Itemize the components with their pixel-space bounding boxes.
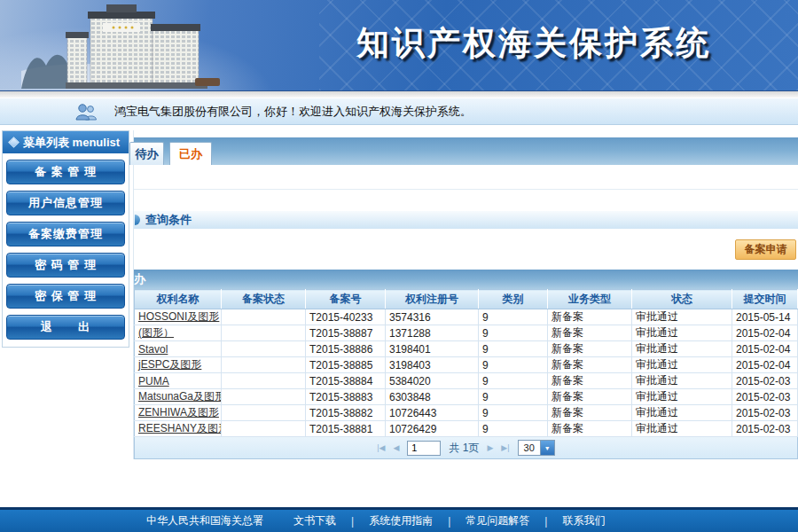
diamond-icon — [8, 137, 20, 148]
right-name-link[interactable]: MatsunaGa及图形 — [138, 390, 222, 403]
sidebar-item-security-management[interactable]: 密 保 管 理 — [6, 284, 125, 309]
content-gap — [134, 165, 798, 210]
cell-reg-no: 1371288 — [386, 325, 479, 341]
cell-biz-type: 新备案 — [548, 325, 632, 341]
cell-category: 9 — [479, 405, 548, 421]
right-name-link[interactable]: ZENHIWA及图形 — [138, 406, 219, 419]
cell-category: 9 — [479, 341, 548, 357]
table-header-row: 权利名称备案状态备案号权利注册号类别业务类型状态提交时间 — [135, 290, 798, 309]
cell-record-no: T2015-38887 — [306, 325, 386, 341]
footer-bar: 中华人民共和国海关总署 文书下载 | 系统使用指南 | 常见问题解答 | 联系我… — [0, 507, 798, 532]
footer-link-contact[interactable]: 联系我们 — [562, 513, 605, 528]
cell-record-no: T2015-38884 — [306, 373, 386, 389]
sidebar-menu: 菜单列表 menulist 备 案 管 理 用户信息管理 备案缴费管理 密 码 … — [2, 130, 129, 348]
sidebar-item-record-management[interactable]: 备 案 管 理 — [6, 160, 125, 184]
record-apply-button[interactable]: 备案申请 — [735, 239, 796, 260]
right-name-link[interactable]: PUMA — [138, 375, 169, 387]
next-page-icon[interactable]: ▶ — [487, 443, 493, 452]
cell-reg-no: 10726429 — [386, 421, 479, 437]
cell-right-name: jESPC及图形 — [135, 357, 222, 373]
cell-record-status — [222, 373, 306, 389]
last-page-icon[interactable]: ▶| — [501, 443, 509, 452]
column-header: 状态 — [632, 290, 732, 309]
column-header: 权利名称 — [135, 290, 222, 309]
cell-record-no: T2015-38882 — [306, 405, 386, 421]
cell-right-name: (图形） — [135, 325, 222, 341]
cell-reg-no: 5384020 — [386, 373, 479, 389]
table-row: (图形） T2015-38887 1371288 9 新备案 审批通过 2015… — [135, 325, 798, 341]
page-size-value: 30 — [519, 442, 540, 453]
cell-right-name: PUMA — [135, 373, 222, 389]
sidebar-item-user-info[interactable]: 用户信息管理 — [6, 191, 125, 215]
footer-separator: | — [544, 515, 547, 528]
cell-category: 9 — [479, 325, 548, 341]
cell-right-name: Stavol — [135, 341, 222, 357]
footer-link-faq[interactable]: 常见问题解答 — [466, 513, 529, 528]
table-row: ZENHIWA及图形 T2015-38882 10726443 9 新备案 审批… — [135, 405, 798, 421]
cell-record-status — [222, 389, 306, 405]
cell-submit-time: 2015-02-04 — [732, 325, 798, 341]
column-header: 类别 — [479, 290, 548, 309]
page-size-select[interactable]: 30 ▼ — [518, 440, 555, 456]
right-name-link[interactable]: REESHANY及图形 — [138, 422, 222, 434]
chevron-down-icon: ▼ — [540, 441, 554, 455]
cell-submit-time: 2015-02-04 — [732, 357, 798, 373]
records-table: 权利名称备案状态备案号权利注册号类别业务类型状态提交时间 HOSSONI及图形 … — [134, 289, 798, 437]
cell-submit-time: 2015-02-04 — [732, 341, 798, 357]
tab-pending[interactable]: 待办 — [129, 142, 164, 165]
query-conditions-header[interactable]: 查询条件 — [134, 210, 798, 229]
sidebar-item-logout[interactable]: 退 出 — [6, 315, 125, 340]
cell-right-name: HOSSONI及图形 — [135, 309, 222, 325]
cell-record-status — [222, 357, 306, 373]
cell-biz-type: 新备案 — [548, 373, 632, 389]
right-name-link[interactable]: Stavol — [138, 343, 168, 356]
main-content: 待办 已办 查询条件 备案申请 已办 权利名称备案状态备案号权利注册号类别业务类 — [133, 130, 798, 459]
cell-biz-type: 新备案 — [548, 357, 632, 373]
cell-record-no: T2015-38883 — [306, 389, 386, 405]
cell-biz-type: 新备案 — [548, 341, 632, 357]
footer-link-downloads[interactable]: 文书下载 — [293, 513, 336, 528]
cell-record-status — [222, 341, 306, 357]
cell-record-status — [222, 405, 306, 421]
column-header: 权利注册号 — [386, 290, 479, 309]
column-header: 备案号 — [306, 290, 386, 309]
right-name-link[interactable]: jESPC及图形 — [138, 358, 201, 371]
done-list-title: 已办 — [134, 270, 145, 289]
done-list-band: 已办 — [134, 270, 798, 289]
cell-state: 审批通过 — [632, 325, 732, 341]
cell-biz-type: 新备案 — [548, 389, 632, 405]
cell-right-name: ZENHIWA及图形 — [135, 405, 222, 421]
sidebar-header: 菜单列表 menulist — [3, 131, 129, 153]
cell-submit-time: 2015-02-03 — [732, 421, 798, 437]
page-title: 知识产权海关保护系统 — [356, 21, 711, 66]
table-row: PUMA T2015-38884 5384020 9 新备案 审批通过 2015… — [135, 373, 798, 389]
footer-link-user-guide[interactable]: 系统使用指南 — [369, 513, 433, 528]
page-number-input[interactable] — [407, 441, 441, 456]
table-row: REESHANY及图形 T2015-38881 10726429 9 新备案 审… — [135, 421, 798, 437]
sidebar-item-record-payment[interactable]: 备案缴费管理 — [6, 222, 125, 246]
header-divider — [0, 91, 798, 98]
cell-record-status — [222, 325, 306, 341]
table-row: MatsunaGa及图形 T2015-38883 6303848 9 新备案 审… — [135, 389, 798, 405]
cell-state: 审批通过 — [632, 341, 732, 357]
right-name-link[interactable]: HOSSONI及图形 — [138, 310, 219, 323]
cell-submit-time: 2015-02-03 — [732, 389, 798, 405]
first-page-icon[interactable]: |◀ — [377, 443, 385, 452]
cell-category: 9 — [479, 357, 548, 373]
column-header: 提交时间 — [732, 290, 798, 309]
header-banner: 知识产权海关保护系统 — [0, 0, 798, 91]
tab-done[interactable]: 已办 — [169, 142, 212, 165]
sidebar-item-password-management[interactable]: 密 码 管 理 — [6, 253, 125, 278]
table-row: jESPC及图形 T2015-38885 3198403 9 新备案 审批通过 … — [135, 357, 798, 373]
footer-agency[interactable]: 中华人民共和国海关总署 — [146, 513, 263, 528]
table-body: HOSSONI及图形 T2015-40233 3574316 9 新备案 审批通… — [135, 309, 798, 437]
prev-page-icon[interactable]: ◀ — [393, 443, 399, 452]
cell-submit-time: 2015-02-03 — [732, 373, 798, 389]
cell-submit-time: 2015-02-03 — [732, 405, 798, 421]
tab-bar: 待办 已办 — [134, 137, 798, 165]
cell-record-no: T2015-40233 — [306, 309, 386, 325]
column-header: 备案状态 — [222, 290, 306, 309]
query-conditions-title: 查询条件 — [145, 212, 192, 228]
bullet-icon — [135, 215, 140, 225]
right-name-link[interactable]: (图形） — [138, 326, 174, 339]
